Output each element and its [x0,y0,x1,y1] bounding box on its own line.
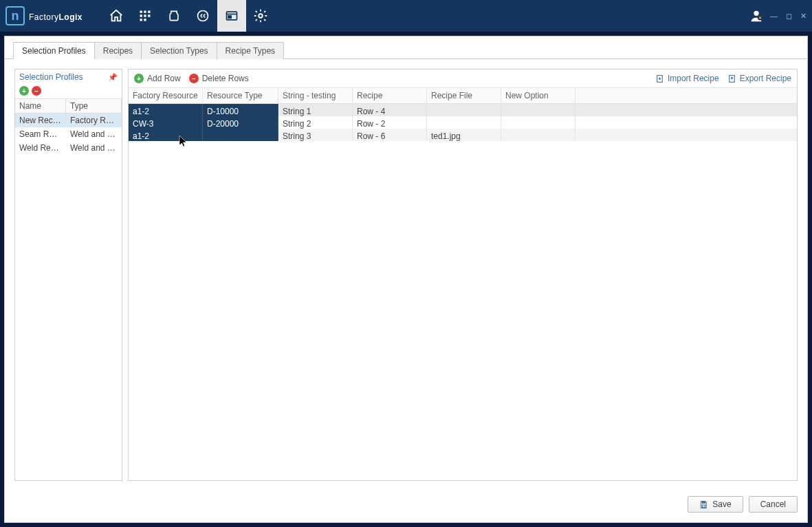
cell-empty [575,104,797,116]
add-profile-icon[interactable]: + [19,86,29,96]
app-logo: n FactoryLogix [6,6,83,25]
close-button[interactable]: ✕ [800,12,806,21]
cell-string-testing[interactable]: String 2 [278,116,353,129]
list-item-name: Seam Recip... [15,129,66,140]
grid-col-empty [575,88,797,103]
cell-empty [575,129,797,141]
delete-rows-button[interactable]: − Delete Rows [189,74,249,83]
tab-strip: Selection Profiles Recipes Selection Typ… [5,36,807,59]
tab-recipe-types[interactable]: Recipe Types [217,42,285,59]
export-recipe-link[interactable]: Export Recipe [727,74,791,83]
home-icon[interactable] [102,0,131,32]
left-col-type[interactable]: Type [66,99,122,113]
grid-col-new-option[interactable]: New Option [501,88,575,103]
grid-col-recipe[interactable]: Recipe [353,88,427,103]
grid-icon[interactable] [131,0,160,32]
cell-new-option[interactable] [501,104,575,116]
table-row[interactable]: a1-2 D-10000 String 1 Row - 4 [129,104,797,116]
svg-rect-18 [703,505,705,507]
svg-rect-3 [140,14,142,17]
grid-col-recipe-file[interactable]: Recipe File [427,88,501,103]
brand-last: Logix [59,12,83,22]
list-item[interactable]: New Recipe Factory Reso... [15,114,122,127]
sync-icon[interactable] [188,0,217,32]
save-button[interactable]: Save [688,496,743,513]
cell-string-testing[interactable]: String 1 [278,104,353,116]
cell-recipe-file[interactable] [427,116,501,129]
list-item-type: Weld and Se... [66,142,122,153]
cell-resource-type[interactable]: D-20000 [203,116,278,129]
grid-header: Factory Resource Resource Type String - … [129,88,797,104]
left-grid-body: New Recipe Factory Reso... Seam Recip...… [15,114,122,480]
grid-col-resource-type[interactable]: Resource Type [203,88,278,103]
tab-selection-profiles[interactable]: Selection Profiles [13,42,95,59]
cell-recipe-file[interactable]: ted1.jpg [427,129,501,141]
svg-rect-1 [144,11,146,13]
cell-factory-resource[interactable]: a1-2 [129,129,203,141]
bottom-bar: Save Cancel [688,496,798,513]
cell-new-option[interactable] [501,129,575,141]
save-label: Save [712,499,731,509]
cell-resource-type[interactable] [203,129,278,141]
add-row-label: Add Row [147,74,181,83]
right-toolbar: + Add Row − Delete Rows Import Recipe [129,69,797,88]
cell-recipe[interactable]: Row - 4 [353,104,427,116]
list-item[interactable]: Seam Recip... Weld and Se... [15,127,122,141]
svg-point-12 [259,14,263,18]
list-item-name: Weld Recipe... [15,142,66,153]
table-row[interactable]: a1-2 String 3 Row - 6 ted1.jpg [129,129,797,141]
window-icon[interactable] [217,0,246,32]
svg-rect-6 [140,19,142,21]
table-row[interactable]: CW-3 D-20000 String 2 Row - 2 [129,116,797,129]
svg-rect-4 [144,14,146,17]
cancel-label: Cancel [760,499,786,509]
left-col-name[interactable]: Name [15,99,66,113]
list-item[interactable]: Weld Recipe... Weld and Se... [15,141,122,155]
grid-col-factory-resource[interactable]: Factory Resource [129,88,203,103]
import-recipe-link[interactable]: Import Recipe [655,74,719,83]
svg-rect-0 [140,11,142,13]
list-item-type: Weld and Se... [66,129,122,140]
add-row-button[interactable]: + Add Row [134,74,181,83]
window-controls: — ◻ ✕ [770,12,806,21]
titlebar: n FactoryLogix — ◻ ✕ [0,0,812,32]
import-recipe-label: Import Recipe [668,74,719,83]
plus-icon: + [134,74,144,83]
cell-new-option[interactable] [501,116,575,129]
grid-col-string-testing[interactable]: String - testing [278,88,353,103]
minimize-button[interactable]: — [770,12,778,20]
brand-first: Factory [29,12,59,22]
tab-selection-types[interactable]: Selection Types [141,42,217,59]
cell-resource-type[interactable]: D-10000 [203,104,278,116]
brand-text: FactoryLogix [29,9,83,23]
titlebar-tools [102,0,275,32]
content-area: Selection Profiles Recipes Selection Typ… [4,36,808,523]
maximize-button[interactable]: ◻ [786,12,792,21]
list-item-type: Factory Reso... [66,115,122,126]
left-panel: Selection Profiles 📌 + − Name Type New R… [14,69,122,481]
cell-empty [575,116,797,129]
left-panel-title: Selection Profiles [19,72,83,82]
cell-recipe[interactable]: Row - 2 [353,116,427,129]
import-icon [655,74,664,83]
cell-recipe-file[interactable] [427,104,501,116]
minus-icon: − [189,74,199,83]
remove-profile-icon[interactable]: − [32,86,41,96]
tab-body: Selection Profiles 📌 + − Name Type New R… [5,58,807,524]
cancel-button[interactable]: Cancel [749,496,798,513]
right-panel: + Add Row − Delete Rows Import Recipe [128,69,798,481]
export-recipe-label: Export Recipe [740,74,791,83]
cell-recipe[interactable]: Row - 6 [353,129,427,141]
svg-rect-7 [144,19,146,21]
tab-recipes[interactable]: Recipes [94,42,142,59]
cell-factory-resource[interactable]: CW-3 [129,116,203,129]
svg-rect-2 [148,11,150,13]
cell-string-testing[interactable]: String 3 [278,129,353,141]
pin-icon[interactable]: 📌 [108,73,118,82]
jar-icon[interactable] [160,0,188,32]
user-icon[interactable] [748,8,765,24]
cell-factory-resource[interactable]: a1-2 [129,104,203,116]
gear-icon[interactable] [246,0,275,32]
delete-rows-label: Delete Rows [202,74,249,83]
export-icon [727,74,736,83]
